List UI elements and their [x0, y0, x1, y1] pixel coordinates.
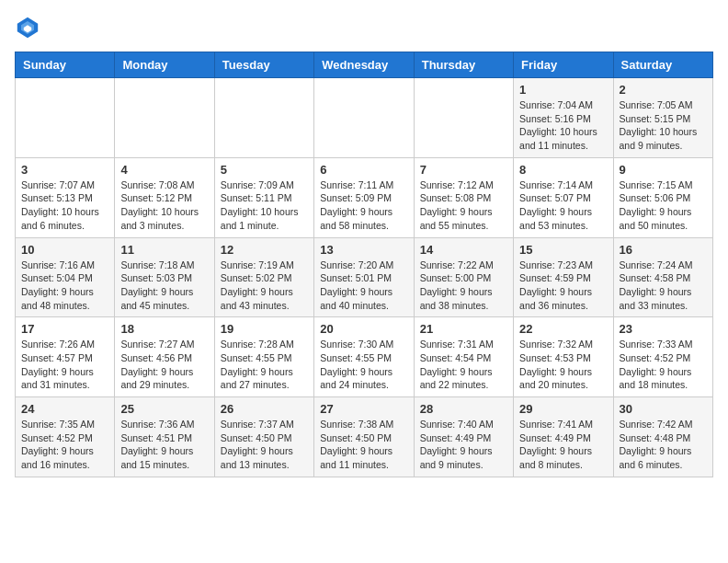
- day-info: Sunrise: 7:30 AM Sunset: 4:55 PM Dayligh…: [320, 338, 407, 392]
- day-info: Sunrise: 7:14 AM Sunset: 5:07 PM Dayligh…: [519, 178, 607, 233]
- calendar-cell: 3Sunrise: 7:07 AM Sunset: 5:13 PM Daylig…: [16, 157, 115, 237]
- day-info: Sunrise: 7:26 AM Sunset: 4:57 PM Dayligh…: [21, 338, 108, 392]
- calendar-cell: 20Sunrise: 7:30 AM Sunset: 4:55 PM Dayli…: [314, 317, 414, 397]
- calendar-cell: 13Sunrise: 7:20 AM Sunset: 5:01 PM Dayli…: [314, 237, 414, 317]
- day-info: Sunrise: 7:28 AM Sunset: 4:55 PM Dayligh…: [221, 338, 308, 392]
- day-number: 26: [221, 402, 308, 416]
- day-info: Sunrise: 7:42 AM Sunset: 4:48 PM Dayligh…: [620, 418, 707, 472]
- day-info: Sunrise: 7:12 AM Sunset: 5:08 PM Dayligh…: [420, 178, 507, 233]
- day-number: 4: [120, 163, 208, 177]
- day-header-monday: Monday: [115, 52, 214, 78]
- logo-icon: [15, 15, 40, 40]
- day-number: 24: [21, 402, 108, 416]
- day-number: 8: [519, 163, 607, 177]
- calendar-cell: 30Sunrise: 7:42 AM Sunset: 4:48 PM Dayli…: [613, 397, 712, 477]
- day-number: 1: [519, 83, 607, 97]
- day-number: 9: [620, 163, 707, 177]
- day-number: 22: [519, 322, 607, 336]
- day-info: Sunrise: 7:31 AM Sunset: 4:54 PM Dayligh…: [420, 338, 507, 392]
- day-header-sunday: Sunday: [16, 52, 115, 78]
- day-number: 29: [519, 402, 607, 416]
- calendar-header-row: SundayMondayTuesdayWednesdayThursdayFrid…: [16, 52, 713, 78]
- day-info: Sunrise: 7:04 AM Sunset: 5:16 PM Dayligh…: [519, 98, 607, 153]
- day-info: Sunrise: 7:07 AM Sunset: 5:13 PM Dayligh…: [21, 178, 108, 233]
- calendar-week-row: 3Sunrise: 7:07 AM Sunset: 5:13 PM Daylig…: [16, 157, 713, 237]
- day-info: Sunrise: 7:19 AM Sunset: 5:02 PM Dayligh…: [221, 259, 308, 313]
- day-info: Sunrise: 7:27 AM Sunset: 4:56 PM Dayligh…: [120, 338, 208, 392]
- calendar-cell: 21Sunrise: 7:31 AM Sunset: 4:54 PM Dayli…: [414, 317, 513, 397]
- day-number: 30: [620, 402, 707, 416]
- calendar-cell: [214, 78, 313, 158]
- calendar-week-row: 17Sunrise: 7:26 AM Sunset: 4:57 PM Dayli…: [16, 317, 713, 397]
- day-number: 6: [320, 163, 407, 177]
- calendar-cell: 28Sunrise: 7:40 AM Sunset: 4:49 PM Dayli…: [414, 397, 513, 477]
- day-number: 2: [620, 83, 707, 97]
- day-number: 21: [420, 322, 507, 336]
- day-number: 25: [120, 402, 208, 416]
- day-number: 14: [420, 243, 507, 257]
- calendar-cell: 2Sunrise: 7:05 AM Sunset: 5:15 PM Daylig…: [613, 78, 712, 158]
- calendar-cell: 7Sunrise: 7:12 AM Sunset: 5:08 PM Daylig…: [414, 157, 513, 237]
- day-number: 12: [221, 243, 308, 257]
- day-info: Sunrise: 7:35 AM Sunset: 4:52 PM Dayligh…: [21, 418, 108, 472]
- day-info: Sunrise: 7:08 AM Sunset: 5:12 PM Dayligh…: [120, 178, 208, 233]
- calendar-cell: 19Sunrise: 7:28 AM Sunset: 4:55 PM Dayli…: [214, 317, 313, 397]
- logo: [15, 15, 44, 40]
- day-info: Sunrise: 7:40 AM Sunset: 4:49 PM Dayligh…: [420, 418, 507, 472]
- day-number: 11: [120, 243, 208, 257]
- day-info: Sunrise: 7:24 AM Sunset: 4:58 PM Dayligh…: [620, 259, 707, 313]
- calendar-cell: 8Sunrise: 7:14 AM Sunset: 5:07 PM Daylig…: [514, 157, 613, 237]
- calendar-cell: 10Sunrise: 7:16 AM Sunset: 5:04 PM Dayli…: [16, 237, 115, 317]
- day-header-saturday: Saturday: [613, 52, 712, 78]
- calendar-cell: 27Sunrise: 7:38 AM Sunset: 4:50 PM Dayli…: [314, 397, 414, 477]
- day-number: 13: [320, 243, 407, 257]
- calendar-cell: [16, 78, 115, 158]
- day-header-friday: Friday: [514, 52, 613, 78]
- day-info: Sunrise: 7:05 AM Sunset: 5:15 PM Dayligh…: [620, 98, 707, 153]
- day-info: Sunrise: 7:09 AM Sunset: 5:11 PM Dayligh…: [221, 178, 308, 233]
- day-info: Sunrise: 7:33 AM Sunset: 4:52 PM Dayligh…: [620, 338, 707, 392]
- day-info: Sunrise: 7:22 AM Sunset: 5:00 PM Dayligh…: [420, 259, 507, 313]
- calendar-cell: 14Sunrise: 7:22 AM Sunset: 5:00 PM Dayli…: [414, 237, 513, 317]
- calendar-cell: [414, 78, 513, 158]
- calendar-cell: [115, 78, 214, 158]
- day-number: 27: [320, 402, 407, 416]
- day-number: 16: [620, 243, 707, 257]
- calendar-cell: 15Sunrise: 7:23 AM Sunset: 4:59 PM Dayli…: [514, 237, 613, 317]
- calendar-cell: [314, 78, 414, 158]
- calendar-cell: 29Sunrise: 7:41 AM Sunset: 4:49 PM Dayli…: [514, 397, 613, 477]
- day-info: Sunrise: 7:23 AM Sunset: 4:59 PM Dayligh…: [519, 259, 607, 313]
- day-number: 23: [620, 322, 707, 336]
- day-header-tuesday: Tuesday: [214, 52, 313, 78]
- calendar-cell: 4Sunrise: 7:08 AM Sunset: 5:12 PM Daylig…: [115, 157, 214, 237]
- day-number: 19: [221, 322, 308, 336]
- calendar-week-row: 10Sunrise: 7:16 AM Sunset: 5:04 PM Dayli…: [16, 237, 713, 317]
- day-info: Sunrise: 7:36 AM Sunset: 4:51 PM Dayligh…: [120, 418, 208, 472]
- day-info: Sunrise: 7:37 AM Sunset: 4:50 PM Dayligh…: [221, 418, 308, 472]
- day-number: 10: [21, 243, 108, 257]
- calendar-cell: 1Sunrise: 7:04 AM Sunset: 5:16 PM Daylig…: [514, 78, 613, 158]
- day-info: Sunrise: 7:16 AM Sunset: 5:04 PM Dayligh…: [21, 259, 108, 313]
- calendar-cell: 12Sunrise: 7:19 AM Sunset: 5:02 PM Dayli…: [214, 237, 313, 317]
- day-number: 20: [320, 322, 407, 336]
- day-number: 5: [221, 163, 308, 177]
- day-number: 3: [21, 163, 108, 177]
- calendar-cell: 6Sunrise: 7:11 AM Sunset: 5:09 PM Daylig…: [314, 157, 414, 237]
- day-info: Sunrise: 7:41 AM Sunset: 4:49 PM Dayligh…: [519, 418, 607, 472]
- calendar-cell: 22Sunrise: 7:32 AM Sunset: 4:53 PM Dayli…: [514, 317, 613, 397]
- calendar-cell: 18Sunrise: 7:27 AM Sunset: 4:56 PM Dayli…: [115, 317, 214, 397]
- calendar-cell: 5Sunrise: 7:09 AM Sunset: 5:11 PM Daylig…: [214, 157, 313, 237]
- calendar-week-row: 24Sunrise: 7:35 AM Sunset: 4:52 PM Dayli…: [16, 397, 713, 477]
- day-number: 18: [120, 322, 208, 336]
- day-info: Sunrise: 7:11 AM Sunset: 5:09 PM Dayligh…: [320, 178, 407, 233]
- day-number: 7: [420, 163, 507, 177]
- calendar-cell: 26Sunrise: 7:37 AM Sunset: 4:50 PM Dayli…: [214, 397, 313, 477]
- day-info: Sunrise: 7:32 AM Sunset: 4:53 PM Dayligh…: [519, 338, 607, 392]
- calendar-table: SundayMondayTuesdayWednesdayThursdayFrid…: [15, 52, 713, 477]
- day-info: Sunrise: 7:18 AM Sunset: 5:03 PM Dayligh…: [120, 259, 208, 313]
- calendar-cell: 9Sunrise: 7:15 AM Sunset: 5:06 PM Daylig…: [613, 157, 712, 237]
- page-header: [15, 15, 713, 40]
- calendar-cell: 24Sunrise: 7:35 AM Sunset: 4:52 PM Dayli…: [16, 397, 115, 477]
- day-header-thursday: Thursday: [414, 52, 513, 78]
- calendar-cell: 11Sunrise: 7:18 AM Sunset: 5:03 PM Dayli…: [115, 237, 214, 317]
